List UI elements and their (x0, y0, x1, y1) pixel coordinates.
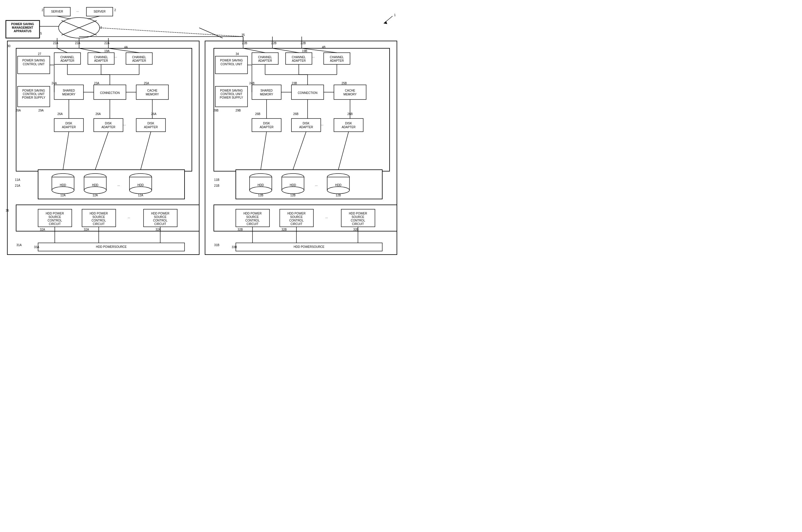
ref-29b: 29B (236, 109, 241, 112)
ca2-a-label2: ADAPTER (94, 59, 108, 62)
dots-ca-b: ··· (312, 56, 315, 59)
ref-5: 5 (40, 32, 42, 35)
connection-a-label: CONNECTION (100, 91, 120, 95)
hdd-powersource-a-label: HDD POWERSOURCE (96, 245, 127, 248)
ref-29a: 29A (38, 109, 44, 112)
hpc2-a-l1: HDD POWER (90, 212, 108, 215)
da2-a-box (94, 118, 123, 132)
ca3-b-label2: ADAPTER (330, 59, 344, 62)
dots-hpc-b: ··· (325, 216, 328, 220)
svg-line-39 (99, 28, 243, 37)
hpc1-b-l2: SOURCE (247, 215, 259, 218)
ref-26b-1: 26B (255, 112, 260, 116)
ref-22b-2: 22B (271, 41, 276, 45)
da1-b-box (252, 118, 281, 132)
ca1-b-label1: CHANNEL (258, 56, 272, 59)
ref-22a-3: 22A (104, 41, 110, 45)
hpc2-a-l4: CIRCUIT (93, 222, 105, 226)
da3-a-label1: DISK (147, 122, 154, 125)
ref-19a: 19A (104, 50, 110, 53)
hpc3-a-l2: SOURCE (154, 215, 167, 218)
hpc3-a-l4: CIRCUIT (154, 222, 166, 226)
dots-ca-a: ··· (114, 56, 117, 59)
ref-12a-3: 12A (138, 194, 143, 197)
pscups-a-label3: POWER SUPPLY (22, 96, 45, 99)
hdd1-a-bottom (52, 187, 74, 194)
hdd2-b-bottom (282, 187, 304, 194)
pscups-b-label1: POWER SAVING (220, 89, 243, 92)
ref-25a: 25A (144, 82, 149, 85)
psma-label1: POWER SAVING (11, 22, 34, 26)
cache-mem-a-label2: MEMORY (146, 93, 159, 96)
da1-b-label2: ADAPTER (259, 126, 273, 129)
ref-19b: 19B (302, 50, 307, 53)
ref-12b-1: 12B (258, 194, 263, 197)
ref-32a-2: 32A (84, 228, 89, 231)
hdd1-b-bottom (250, 187, 272, 194)
ref-28a: 28A (16, 109, 21, 112)
ref-12b-3: 12B (336, 194, 341, 197)
ca3-a-label1: CHANNEL (132, 56, 146, 59)
ref-22a-1: 22A (53, 41, 58, 45)
ref-4a: 4A (124, 46, 128, 49)
ref-35: 35 (241, 33, 245, 37)
dots-da-b: ··· (321, 124, 323, 127)
da3-b-label2: ADAPTER (342, 126, 355, 129)
ref-2a: 2 (41, 8, 43, 12)
shared-mem-b-box (252, 85, 281, 99)
hdd2-a-bottom (84, 187, 106, 194)
pscups-b-label2: CONTROL UNIT (221, 93, 242, 96)
pscu-a-label1: POWER SAVING (22, 59, 45, 62)
da2-a-label2: ADAPTER (101, 126, 115, 129)
shared-mem-b-label1: SHARED (260, 89, 273, 92)
ref-26b-2: 26B (293, 112, 298, 116)
ca3-b-label1: CHANNEL (330, 56, 344, 59)
psma-label2: MANAGEMENT (12, 26, 33, 29)
hpc3-a-l3: CONTROL (153, 219, 167, 222)
ca3-a-label2: ADAPTER (132, 59, 146, 62)
dots-hpc-a: ··· (128, 216, 130, 220)
ref-32b-1: 32B (238, 228, 243, 231)
da3-a-box (136, 118, 165, 132)
da2-b-label1: DISK (303, 122, 310, 125)
ref-30: 30 (7, 44, 11, 48)
hdd1-b-label: HDD (257, 184, 264, 187)
hpc1-b-l3: CONTROL (245, 219, 260, 222)
da1-a-box (54, 118, 84, 132)
hpc2-b-l3: CONTROL (289, 219, 304, 222)
ref-4b: 4B (322, 46, 326, 49)
hpc2-a-l2: SOURCE (93, 215, 105, 218)
ref-11b: 11B (214, 178, 219, 182)
ref-31a: 31A (16, 244, 22, 247)
hpc1-b-l4: CIRCUIT (247, 222, 259, 226)
ref-23b: 23B (292, 82, 297, 85)
ca1-a-label1: CHANNEL (60, 56, 74, 59)
hdd3-a-label: HDD (138, 184, 144, 187)
diagram-container: 1 SERVER 2 ··· SERVER 2 3 POWER SAVING M… (0, 0, 401, 266)
hdd2-b-label: HDD (290, 184, 296, 187)
cache-mem-b-label1: CACHE (345, 89, 355, 92)
hpc1-a-l4: CIRCUIT (49, 222, 61, 226)
svg-line-5 (88, 16, 99, 19)
ref-11a: 11A (15, 178, 20, 182)
ca2-b-label1: CHANNEL (292, 56, 306, 59)
ref-34: 34 (236, 52, 239, 56)
ref-28b: 28B (213, 109, 219, 112)
ref-22b-1: 22B (242, 41, 247, 45)
ref-12a-1: 12A (60, 194, 66, 197)
hdd1-a-label: HDD (60, 184, 66, 187)
hdd3-b-label: HDD (335, 184, 342, 187)
da2-b-box (291, 118, 321, 132)
hpc2-b-l1: HDD POWER (287, 212, 306, 215)
hpc2-b-l2: SOURCE (290, 215, 303, 218)
server2-label: SERVER (94, 10, 106, 13)
hpc2-b-l4: CIRCUIT (291, 222, 303, 226)
da3-b-label1: DISK (345, 122, 352, 125)
ref-23a: 23A (94, 82, 99, 85)
ca1-b-label2: ADAPTER (258, 59, 272, 62)
hdd2-a-label: HDD (92, 184, 98, 187)
hpc1-a-l2: SOURCE (49, 215, 61, 218)
psma-label3: APPARATUS (14, 30, 32, 33)
connection-b-label: CONNECTION (297, 91, 317, 95)
pscu-b-label2: CONTROL UNIT (221, 63, 242, 66)
